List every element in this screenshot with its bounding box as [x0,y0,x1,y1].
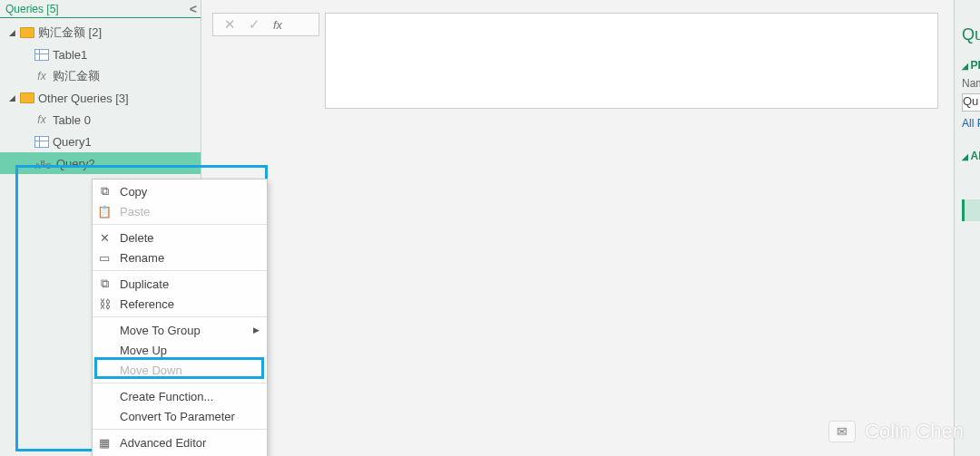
name-input[interactable]: Qu [962,93,980,112]
menu-label: Delete [120,231,154,245]
formula-bar: ✕ ✓ fx [212,13,938,109]
queries-tree: ◢ 购汇金额 [2] Table1 fx 购汇金额 ◢ Other Querie… [0,18,201,174]
menu-rename[interactable]: ▭ Rename [93,247,267,267]
menu-label: Duplicate [120,277,169,291]
fx-icon: fx [34,113,49,126]
settings-title: Que [962,25,980,44]
menu-separator [93,383,267,383]
blank-icon [96,343,113,357]
menu-move-down: Move Down [93,360,267,380]
query-label: Query2 [56,157,95,170]
menu-reference[interactable]: ⛓ Reference [93,294,267,314]
applied-steps-header[interactable]: APP [962,150,980,162]
menu-label: Convert To Parameter [120,410,235,423]
query-item[interactable]: fx 购汇金额 [0,65,201,87]
main-area: ✕ ✓ fx [203,0,943,456]
wechat-icon: ✉ [828,421,856,442]
menu-copy[interactable]: ⧉ Copy [93,181,267,201]
fx-icon[interactable]: fx [273,18,282,32]
duplicate-icon: ⧉ [96,277,113,291]
queries-panel-title: Queries [5] [5,3,59,15]
fx-icon: fx [34,70,49,82]
table-icon [34,49,49,61]
name-label: Nam [962,77,980,90]
submenu-arrow-icon: ▶ [253,325,260,335]
menu-label: Advanced Editor [120,436,206,450]
menu-label: Move To Group [120,324,201,337]
query-item-selected[interactable]: ABC Query2 [0,152,201,174]
queries-panel-header[interactable]: Queries [5] < [0,0,201,18]
copy-icon: ⧉ [96,184,113,199]
table-icon [34,136,49,148]
editor-icon: ▦ [96,435,113,450]
folder-icon [20,92,34,103]
query-settings-panel: Que PRO Nam Qu All P APP [954,0,980,456]
group-label: 购汇金额 [2] [38,24,102,41]
menu-paste: 📋 Paste [93,201,267,221]
menu-delete[interactable]: ✕ Delete [93,228,267,247]
menu-separator [93,429,267,430]
formula-controls: ✕ ✓ fx [212,13,319,36]
query-item[interactable]: fx Table 0 [0,109,201,131]
menu-separator [93,316,267,317]
paste-icon: 📋 [96,204,113,218]
menu-label: Create Function... [120,390,213,403]
menu-advanced-editor[interactable]: ▦ Advanced Editor [93,432,267,452]
disclosure-triangle-icon[interactable]: ◢ [9,93,16,102]
query-item[interactable]: Query1 [0,131,201,152]
query-group[interactable]: ◢ Other Queries [3] [0,87,201,109]
disclosure-triangle-icon[interactable]: ◢ [9,28,16,37]
menu-move-to-group[interactable]: Move To Group ▶ [93,320,267,340]
query-context-menu: ⧉ Copy 📋 Paste ✕ Delete ▭ Rename ⧉ Dupli… [92,179,268,456]
cancel-formula-button[interactable]: ✕ [224,16,236,33]
collapse-panel-icon[interactable]: < [190,2,197,16]
menu-separator [93,270,267,271]
menu-label: Reference [120,297,174,311]
query-item[interactable]: Table1 [0,44,201,65]
reference-icon: ⛓ [96,296,113,311]
query-label: Table 0 [53,113,91,127]
query-label: Table1 [53,48,87,62]
applied-step-selected[interactable] [962,199,980,221]
folder-icon [20,27,34,38]
menu-label: Rename [120,251,164,265]
query-group[interactable]: ◢ 购汇金额 [2] [0,22,201,44]
query-label: 购汇金额 [53,68,100,84]
formula-input[interactable] [325,13,938,109]
menu-label: Paste [120,205,150,218]
blank-icon [96,323,113,337]
menu-duplicate[interactable]: ⧉ Duplicate [93,274,267,294]
properties-section-header[interactable]: PRO [962,59,980,72]
menu-convert-to-parameter[interactable]: Convert To Parameter [93,406,267,426]
menu-move-up[interactable]: Move Up [93,340,267,360]
group-label: Other Queries [3] [38,92,129,105]
confirm-formula-button[interactable]: ✓ [249,16,260,33]
menu-separator [93,224,267,225]
watermark-text: Colin Chen [865,420,964,443]
delete-icon: ✕ [96,230,113,245]
query-label: Query1 [53,135,92,149]
all-properties-link[interactable]: All P [962,117,980,130]
abc-icon: ABC [34,157,53,170]
blank-icon [96,409,113,423]
menu-label: Move Down [120,364,182,377]
menu-properties[interactable]: ☰ Properties... [93,452,267,456]
rename-icon: ▭ [96,250,113,265]
menu-label: Copy [120,185,147,199]
blank-icon [96,363,113,377]
menu-create-function[interactable]: Create Function... [93,386,267,406]
watermark: ✉ Colin Chen [828,420,964,443]
blank-icon [96,389,113,403]
menu-label: Move Up [120,344,167,357]
